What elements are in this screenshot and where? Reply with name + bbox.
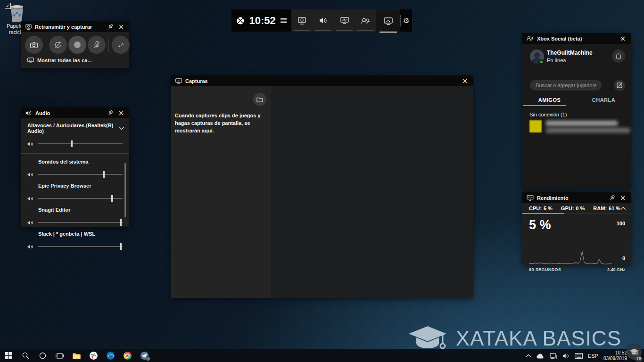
performance-panel-header[interactable]: Rendimiento × [522, 192, 631, 203]
start-button[interactable] [0, 349, 17, 362]
cpu-sparkline [529, 248, 612, 265]
speaker-icon [25, 110, 32, 116]
record-last-30s-button[interactable] [49, 36, 67, 54]
menu-icon[interactable] [281, 17, 287, 24]
windows-logo-icon [5, 352, 12, 359]
watermark-text: XATAKA BASICS [456, 327, 621, 350]
speaker-icon [27, 172, 33, 177]
gallery-widget-icon [384, 17, 393, 25]
audio-widget-button[interactable] [313, 9, 334, 32]
captures-panel-header[interactable]: Capturas × [171, 75, 473, 86]
search-players-input[interactable] [530, 80, 602, 90]
panel-title: Retransmitir y capturar [35, 24, 103, 30]
close-button[interactable]: × [117, 23, 125, 31]
screenshot-button[interactable] [25, 36, 43, 54]
onedrive-cloud-icon[interactable] [537, 354, 545, 359]
file-explorer-button[interactable] [68, 349, 85, 362]
volume-icon[interactable] [562, 353, 570, 359]
language-indicator[interactable]: ESP [588, 353, 598, 359]
chevron-down-icon [119, 126, 124, 130]
volume-slider[interactable] [38, 174, 123, 175]
blue-circle-app-icon [107, 352, 115, 360]
gamebar-widget-strip [291, 9, 376, 32]
pin-button[interactable] [608, 194, 616, 202]
pin-button[interactable] [107, 23, 114, 31]
start-broadcast-button[interactable] [112, 36, 130, 54]
chevron-up-icon[interactable] [620, 206, 626, 210]
open-folder-button[interactable] [253, 93, 266, 106]
tray-chevron-up-icon[interactable] [526, 354, 531, 358]
offline-group-header[interactable]: Sin conexión (1) [529, 112, 567, 117]
pin-button[interactable] [107, 109, 114, 117]
graduation-cap-icon [408, 325, 447, 352]
cpu-stat-tab[interactable]: CPU:5 % [529, 206, 553, 211]
presence-status: En línea [547, 58, 566, 63]
performance-widget-button[interactable] [334, 9, 355, 32]
settings-widget-button[interactable]: ⚙ [401, 9, 412, 32]
captures-panel: Capturas × Cuando captures clips de jueg… [171, 75, 473, 298]
search-icon [22, 352, 29, 359]
broadcast-capture-widget-button[interactable] [291, 9, 313, 32]
bell-icon [616, 53, 621, 59]
close-icon: × [118, 110, 124, 116]
volume-slider[interactable] [38, 246, 123, 247]
volume-slider[interactable] [38, 143, 123, 144]
x-axis-label: 60 SEGUNDOS [529, 267, 561, 272]
pin-icon [107, 110, 114, 116]
start-recording-button[interactable] [68, 36, 86, 54]
slack-button[interactable] [85, 349, 102, 362]
panel-title: Capturas [185, 78, 458, 84]
gpu-stat-tab[interactable]: GPU:0 % [561, 206, 585, 211]
cpu-usage-value: 5 % [529, 218, 551, 232]
task-view-button[interactable] [51, 349, 68, 362]
social-panel-header[interactable]: Xbox Social (beta) × [522, 33, 631, 44]
tab-amigos[interactable]: AMIGOS [522, 95, 577, 106]
clock[interactable]: 10:52 03/09/2019 [603, 350, 627, 362]
close-icon: × [620, 195, 626, 201]
notifications-button[interactable] [612, 49, 625, 63]
close-button[interactable]: × [619, 35, 627, 42]
close-button[interactable]: × [619, 194, 627, 202]
mixer-app-label: Snagit Editor [38, 207, 129, 213]
pin-icon [609, 195, 615, 201]
volume-slider[interactable] [38, 222, 123, 223]
chrome-button[interactable] [119, 349, 136, 362]
touch-keyboard-icon[interactable] [575, 353, 583, 359]
tab-charla[interactable]: CHARLA [577, 95, 631, 106]
close-button[interactable]: × [461, 77, 469, 85]
close-icon: × [620, 35, 626, 42]
ram-stat-tab[interactable]: RAM:61 % [593, 206, 620, 211]
scrollbar[interactable] [124, 163, 126, 217]
show-all-captures-link[interactable]: Mostrar todas las ca... [21, 56, 129, 63]
audio-panel-header[interactable]: Audio × [21, 107, 129, 118]
mixer-app-label: Epic Privacy Browser [38, 183, 129, 189]
corner-badge: 18 [635, 356, 643, 362]
microphone-mute-button[interactable] [88, 36, 106, 54]
online-status-dot [539, 60, 544, 64]
captures-preview-pane [271, 86, 473, 298]
selected-checkbox-icon[interactable]: ✓ [5, 3, 11, 9]
broadcast-panel-header[interactable]: Retransmitir y capturar × [21, 21, 129, 32]
app-volume-row [21, 195, 129, 202]
audio-device-dropdown[interactable]: Altavoces / Auriculares (Realtek(R) Audi… [21, 123, 129, 134]
social-widget-button[interactable] [355, 9, 376, 32]
search-button[interactable] [17, 349, 34, 362]
blue-circle-app-button[interactable] [102, 349, 119, 362]
app-volume-row [21, 243, 129, 250]
new-message-button[interactable] [614, 80, 625, 91]
telegram-button[interactable] [136, 349, 153, 362]
friend-avatar[interactable] [529, 120, 542, 132]
social-panel-body: TheGuiltMachine En línea AMIGOS CHARLA S… [522, 44, 631, 189]
folder-icon [256, 97, 263, 102]
network-icon[interactable] [550, 353, 557, 359]
divider [108, 38, 109, 52]
volume-slider[interactable] [38, 198, 123, 199]
xataka-basics-watermark: XATAKA BASICS [408, 325, 621, 352]
gallery-widget-button[interactable] [376, 9, 400, 33]
file-explorer-icon [73, 353, 81, 359]
friend-status-redacted [546, 128, 630, 133]
telegram-icon [140, 352, 149, 360]
captures-list-pane: Cuando captures clips de juegos y hagas … [171, 86, 271, 298]
cortana-button[interactable] [34, 349, 51, 362]
close-button[interactable]: × [117, 109, 125, 117]
